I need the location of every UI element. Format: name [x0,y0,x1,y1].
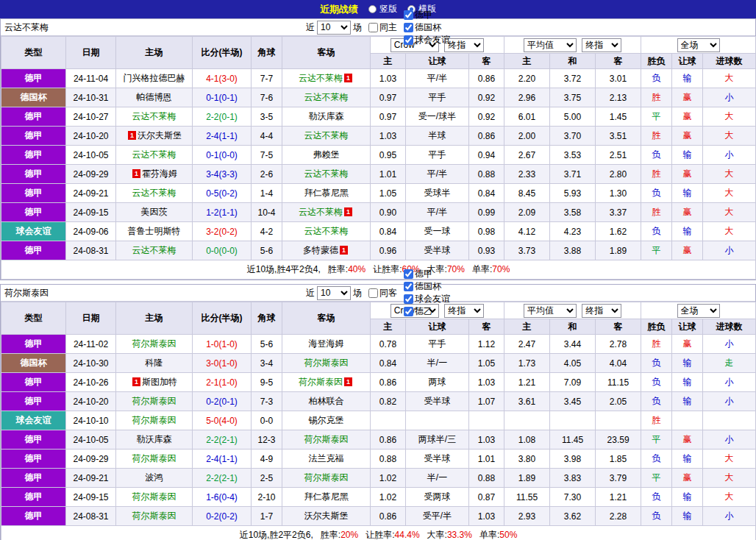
date-cell: 24-09-15 [66,488,116,507]
average-select[interactable]: 平均值 [524,38,577,52]
score-text: 1-0(1-0) [206,339,238,349]
score-cell: 5-0(4-0) [193,411,252,430]
away-team-cell[interactable]: 荷尔斯泰因1 [282,373,371,392]
corner-cell: 12-3 [252,430,282,450]
venue-checkbox[interactable] [368,23,378,32]
bookmaker-final-select[interactable]: 终指 [444,38,484,52]
result-goals-cell: 小 [703,507,756,526]
result-winlose-cell: 负 [641,222,672,241]
corner-cell: 5-6 [252,335,282,354]
league-checkbox[interactable] [404,23,413,32]
team-name-text: 荷尔斯泰因 [304,358,349,368]
league-filter[interactable]: 德国杯 [399,280,450,293]
home-team-cell[interactable]: 云达不莱梅 [116,184,193,203]
league-cell: 德国杯 [1,88,66,107]
avg-home-cell: 2.67 [504,146,550,165]
league-checkbox[interactable] [404,269,413,279]
league-filter[interactable]: 德甲 [399,268,450,280]
away-team-cell: 沃尔夫斯堡 [282,507,371,526]
league-filter[interactable]: 球会友谊 [399,293,450,305]
home-team-cell[interactable]: 云达不莱梅 [116,146,193,165]
score-cell: 0-1(0-0) [193,146,252,165]
league-checkbox[interactable] [404,282,413,291]
away-team-cell[interactable]: 云达不莱梅1 [282,69,371,88]
team-name-text: 云达不莱梅 [304,130,349,141]
venue-filter[interactable]: 同客 [364,287,397,299]
away-team-cell[interactable]: 云达不莱梅 [282,88,371,107]
away-team-cell[interactable]: 荷尔斯泰因 [282,469,371,488]
average-final-select[interactable]: 终指 [582,38,621,52]
avg-home-cell: 1.08 [504,430,550,450]
date-cell: 24-09-29 [66,165,116,184]
red-card-badge: 1 [344,207,352,216]
col-header-corner: 角球 [252,37,282,69]
home-team-cell[interactable]: 云达不莱梅 [116,107,193,127]
home-team-cell[interactable]: 荷尔斯泰因 [116,507,193,526]
near-label: 近 [306,21,315,34]
league-filter[interactable]: 球会友谊 [399,34,450,46]
away-team-cell[interactable]: 荷尔斯泰因 [282,354,371,373]
home-team-cell: 科隆 [116,354,193,373]
fullmatch-select[interactable]: 全场 [677,38,720,52]
corner-cell: 2-5 [252,469,282,488]
odds-away-cell: 0.84 [469,184,504,203]
league-filter[interactable]: 德国杯 [399,21,450,34]
league-checkbox[interactable] [404,307,413,316]
result-winlose-cell: 负 [641,392,672,411]
team-name-text: 勒沃库森 [137,434,172,444]
odds-away-cell: 0.88 [469,165,504,184]
home-team-cell[interactable]: 云达不莱梅 [116,241,193,260]
home-team-cell[interactable]: 荷尔斯泰因 [116,488,193,507]
sub-header-odds-home: 主 [371,54,406,69]
corner-cell: 1-7 [252,507,282,526]
away-team-cell[interactable]: 荷尔斯泰因 [282,430,371,450]
odds-home-cell: 1.03 [371,127,406,146]
red-card-badge: 1 [340,246,348,255]
odds-away-cell: 0.92 [469,107,504,127]
league-cell: 德甲 [1,241,66,260]
away-team-cell[interactable]: 云达不莱梅 [282,222,371,241]
venue-checkbox[interactable] [368,288,378,298]
league-filter[interactable]: 德甲 [399,9,450,21]
match-count-select[interactable]: 10 [317,286,351,300]
match-count-select[interactable]: 10 [317,21,351,35]
odds-handicap-cell: 平/半 [406,203,469,222]
avg-home-cell: 2.33 [504,165,550,184]
red-card-badge: 1 [132,169,140,178]
league-cell: 德甲 [1,430,66,450]
odds-home-cell: 0.90 [371,203,406,222]
match-row: 德国杯24-10-31帕德博恩0-1(0-1)7-6云达不莱梅0.97平手0.9… [1,88,756,107]
result-handicap-cell: 赢 [672,469,703,488]
venue-filter[interactable]: 同主 [364,21,397,34]
away-team-cell[interactable]: 云达不莱梅 [282,165,371,184]
away-team-cell[interactable]: 云达不莱梅 [282,127,371,146]
red-card-badge: 1 [344,74,352,82]
bookmaker-final-select[interactable]: 终指 [444,304,484,318]
home-team-cell[interactable]: 荷尔斯泰因 [116,335,193,354]
odds-handicap-cell: 受一球 [406,222,469,241]
fullmatch-select[interactable]: 全场 [677,304,720,318]
league-filter[interactable]: 德乙 [399,305,450,318]
league-checkbox[interactable] [404,35,413,45]
odds-away-cell: 1.01 [469,450,504,469]
avg-draw-cell: 3.72 [550,69,596,88]
result-handicap-cell: 赢 [672,241,703,260]
home-team-cell[interactable]: 荷尔斯泰因 [116,450,193,469]
team-name-text: 普鲁士明斯特 [128,226,181,236]
score-cell: 2-4(1-1) [193,127,252,146]
result-handicap-cell: 输 [672,450,703,469]
average-select[interactable]: 平均值 [524,304,577,318]
average-final-select[interactable]: 终指 [582,304,621,318]
league-filter-label: 德乙 [415,305,432,318]
home-team-cell[interactable]: 荷尔斯泰因 [116,411,193,430]
league-checkbox[interactable] [404,10,413,20]
summary-stat-value: 20% [340,530,358,540]
league-checkbox[interactable] [404,294,413,304]
away-team-cell[interactable]: 云达不莱梅1 [282,203,371,222]
odds-away-cell: 0.86 [469,69,504,88]
team-name-text: 海登海姆 [309,338,344,349]
score-cell: 2-2(2-1) [193,469,252,488]
odds-handicap-cell: 受球半 [406,184,469,203]
avg-home-cell: 2.47 [504,335,550,354]
home-team-cell[interactable]: 荷尔斯泰因 [116,392,193,411]
